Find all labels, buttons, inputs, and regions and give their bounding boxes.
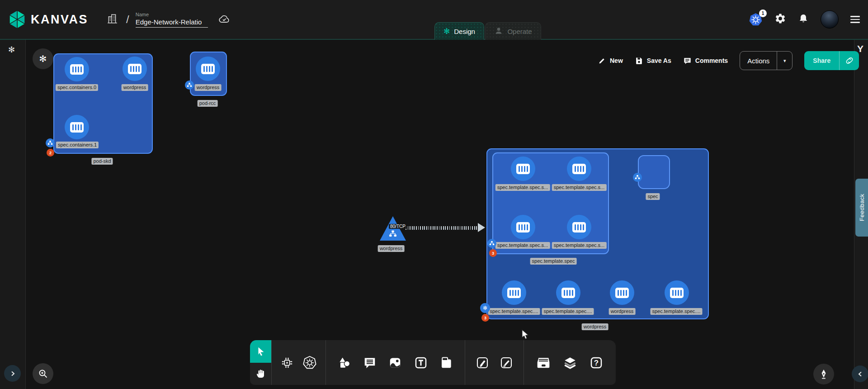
save-as-button[interactable]: Save As: [635, 57, 671, 65]
cursor-arrow-icon: [256, 346, 266, 356]
node-label: spec.containers.1: [56, 142, 99, 148]
save-icon: [635, 57, 643, 65]
actions-caret-icon[interactable]: ▾: [777, 52, 792, 70]
shapes-button[interactable]: [338, 356, 351, 370]
zoom-search-button[interactable]: [33, 363, 53, 384]
pencil-scribble-icon: [500, 356, 513, 370]
comments-button[interactable]: Comments: [683, 57, 728, 65]
design-name-input[interactable]: Edge-Network-Relatio: [136, 18, 208, 28]
text-tool-button[interactable]: [414, 356, 428, 370]
tab-operate[interactable]: Operate: [485, 22, 541, 40]
group-label: wordpress: [582, 323, 609, 330]
pointer-tool-stack: [250, 340, 271, 385]
node-label: wordpress: [609, 308, 636, 315]
network-icon: [388, 230, 397, 238]
group-spec-template-spec[interactable]: [492, 152, 609, 254]
design-actions-bar: New Save As Comments Actions ▾ Share: [598, 51, 859, 71]
node-label: spec.containers.0: [56, 84, 98, 91]
edge-port-label: 80/TCP: [389, 224, 407, 229]
settings-gear-icon[interactable]: [774, 13, 786, 26]
comment-tool-button[interactable]: [363, 356, 377, 370]
freehand-draw-tool-button[interactable]: [500, 356, 513, 370]
toolbar-components-group: [271, 340, 326, 385]
magnifier-plus-icon: [38, 368, 48, 379]
right-rail-expand-button[interactable]: [852, 365, 868, 382]
count-badge[interactable]: 2: [47, 149, 54, 157]
hierarchy-badge-icon[interactable]: [185, 81, 194, 90]
hierarchy-badge-icon[interactable]: [487, 239, 496, 248]
deployment-badge-icon[interactable]: ✻: [480, 303, 490, 313]
container-icon: [572, 164, 586, 174]
container-icon: [201, 64, 215, 74]
container-node[interactable]: [511, 157, 535, 181]
flower-icon: ✻: [39, 53, 47, 64]
container-node[interactable]: [665, 280, 689, 305]
header-right-cluster: 1: [749, 10, 860, 28]
node-label: wordpress: [378, 245, 405, 252]
notifications-bell-icon[interactable]: [798, 13, 809, 26]
actions-label[interactable]: Actions: [740, 52, 777, 70]
toolbar-annotation-group: [326, 340, 465, 385]
app-header: KANVAS / Name Edge-Network-Relatio: [0, 0, 868, 40]
container-node[interactable]: [567, 215, 591, 239]
container-icon: [70, 122, 84, 133]
kubernetes-context-icon[interactable]: 1: [749, 13, 763, 27]
select-tool-button[interactable]: [250, 340, 271, 363]
note-tool-button[interactable]: [439, 356, 453, 370]
container-node[interactable]: [556, 280, 580, 305]
pen-path-tool-button[interactable]: [476, 356, 489, 370]
feedback-tab[interactable]: Feedback: [855, 179, 868, 237]
left-rail-spiral-icon[interactable]: ✻: [8, 45, 15, 55]
share-split-button[interactable]: Share: [804, 51, 859, 70]
count-badge[interactable]: 3: [489, 249, 497, 257]
layers-button[interactable]: [563, 356, 577, 370]
container-node[interactable]: [502, 280, 526, 305]
container-node[interactable]: [567, 157, 591, 181]
canvas-widgets-button[interactable]: ✻: [33, 48, 53, 69]
hierarchy-badge-icon[interactable]: [46, 138, 55, 147]
container-icon: [670, 288, 684, 298]
help-icon: ?: [590, 356, 603, 370]
node-label: wordpress: [195, 84, 222, 91]
share-label[interactable]: Share: [804, 51, 839, 70]
drawer-archive-button[interactable]: [536, 356, 551, 370]
design-name-field[interactable]: Name Edge-Network-Relatio: [136, 12, 208, 28]
container-node-spec-containers-1[interactable]: [65, 115, 89, 139]
tab-operate-label: Operate: [507, 28, 532, 35]
container-icon: [70, 64, 84, 75]
whiteboarding-button[interactable]: [813, 364, 834, 384]
node-spec[interactable]: [638, 155, 670, 189]
node-label: spec.template.spec.s...: [495, 184, 550, 191]
count-badge[interactable]: 3: [481, 314, 489, 322]
container-node-wordpress[interactable]: [123, 57, 147, 81]
user-avatar[interactable]: [821, 10, 839, 28]
node-label: spec.template.spec.s...: [552, 242, 607, 249]
node-label: spec.template.spec....: [542, 308, 594, 315]
help-button[interactable]: ?: [590, 356, 603, 370]
hierarchy-badge-icon[interactable]: [633, 173, 642, 182]
organization-icon[interactable]: [106, 13, 118, 26]
new-label: New: [610, 57, 623, 64]
mesh-components-button[interactable]: [280, 356, 294, 370]
kubernetes-components-button[interactable]: [302, 356, 317, 370]
new-button[interactable]: New: [598, 57, 623, 65]
layers-icon: [563, 356, 577, 370]
tab-design[interactable]: ✻ Design: [434, 22, 484, 40]
network-edge[interactable]: [406, 226, 479, 230]
container-node-wordpress[interactable]: [196, 57, 220, 81]
container-icon: [615, 288, 629, 298]
left-rail-expand-button[interactable]: [4, 365, 21, 382]
pan-tool-button[interactable]: [250, 363, 271, 385]
comments-label: Comments: [695, 57, 728, 64]
copy-link-icon[interactable]: [839, 51, 859, 70]
hamburger-menu-icon[interactable]: [850, 16, 860, 23]
kanvas-logo-icon[interactable]: [8, 9, 26, 29]
canvas-toolbar: ?: [250, 340, 616, 385]
actions-split-button[interactable]: Actions ▾: [740, 51, 793, 70]
pencil-icon: [598, 57, 606, 65]
image-tool-button[interactable]: [388, 356, 402, 370]
container-node[interactable]: [511, 215, 535, 239]
container-node-spec-containers-0[interactable]: [65, 57, 89, 81]
group-label: pod-rcc: [198, 100, 218, 107]
container-node[interactable]: [610, 280, 634, 305]
